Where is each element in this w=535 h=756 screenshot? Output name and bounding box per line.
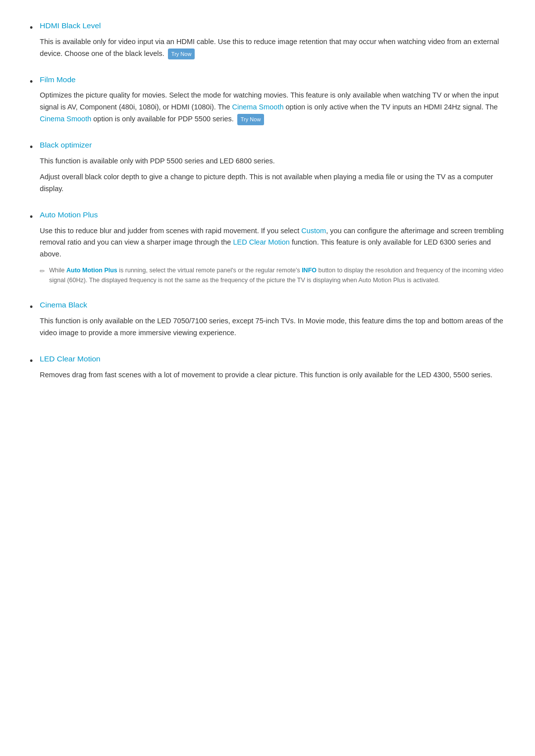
- cinema-para-1: This function is only available on the L…: [40, 315, 505, 339]
- item-body-black: This function is available only with PDP…: [40, 155, 505, 195]
- item-title-hdmi[interactable]: HDMI Black Level: [40, 20, 505, 32]
- bullet-led: •: [30, 354, 33, 368]
- list-item-film-mode: • Film Mode Optimizes the picture qualit…: [30, 74, 505, 126]
- item-title-cinema[interactable]: Cinema Black: [40, 299, 505, 311]
- bullet-hdmi: •: [30, 21, 33, 35]
- try-now-hdmi[interactable]: Try Now: [168, 49, 195, 59]
- info-badge: INFO: [302, 267, 317, 274]
- item-content-hdmi: HDMI Black Level This is available only …: [40, 20, 505, 60]
- bullet-auto: •: [30, 210, 33, 224]
- content-area: • HDMI Black Level This is available onl…: [30, 20, 505, 381]
- led-para-1: Removes drag from fast scenes with a lot…: [40, 369, 505, 381]
- item-title-film[interactable]: Film Mode: [40, 74, 505, 86]
- bullet-cinema: •: [30, 300, 33, 314]
- item-content-black: Black optimizer This function is availab…: [40, 139, 505, 195]
- item-content-cinema: Cinema Black This function is only avail…: [40, 299, 505, 339]
- note-block-auto: ✏ While Auto Motion Plus is running, sel…: [40, 265, 505, 285]
- item-content-film: Film Mode Optimizes the picture quality …: [40, 74, 505, 126]
- list-item-black-optimizer: • Black optimizer This function is avail…: [30, 139, 505, 195]
- item-body-cinema: This function is only available on the L…: [40, 315, 505, 339]
- black-para-1: This function is available only with PDP…: [40, 155, 505, 167]
- led-clear-motion-link-auto[interactable]: LED Clear Motion: [233, 238, 289, 246]
- item-body-auto: Use this to reduce blur and judder from …: [40, 225, 505, 286]
- item-title-led[interactable]: LED Clear Motion: [40, 353, 505, 365]
- try-now-film[interactable]: Try Now: [237, 114, 265, 125]
- bullet-black: •: [30, 140, 33, 154]
- hdmi-para-1: This is available only for video input v…: [40, 36, 505, 60]
- auto-motion-plus-note-link[interactable]: Auto Motion Plus: [66, 267, 117, 274]
- cinema-smooth-link-2[interactable]: Cinema Smooth: [40, 115, 91, 123]
- note-text-auto: While Auto Motion Plus is running, selec…: [49, 265, 505, 285]
- cinema-smooth-link-1[interactable]: Cinema Smooth: [232, 103, 284, 111]
- list-item-auto-motion-plus: • Auto Motion Plus Use this to reduce bl…: [30, 209, 505, 286]
- item-body-film: Optimizes the picture quality for movies…: [40, 90, 505, 125]
- item-content-led: LED Clear Motion Removes drag from fast …: [40, 353, 505, 381]
- list-item-led-clear-motion: • LED Clear Motion Removes drag from fas…: [30, 353, 505, 381]
- item-title-black[interactable]: Black optimizer: [40, 139, 505, 151]
- film-para-1: Optimizes the picture quality for movies…: [40, 90, 505, 125]
- list-item-cinema-black: • Cinema Black This function is only ava…: [30, 299, 505, 339]
- item-body-hdmi: This is available only for video input v…: [40, 36, 505, 60]
- black-para-2: Adjust overall black color depth to give…: [40, 171, 505, 195]
- note-icon-auto: ✏: [40, 266, 45, 276]
- item-content-auto: Auto Motion Plus Use this to reduce blur…: [40, 209, 505, 286]
- list-item-hdmi-black-level: • HDMI Black Level This is available onl…: [30, 20, 505, 60]
- bullet-film: •: [30, 75, 33, 89]
- custom-link[interactable]: Custom: [301, 227, 326, 235]
- item-body-led: Removes drag from fast scenes with a lot…: [40, 369, 505, 381]
- auto-para-1: Use this to reduce blur and judder from …: [40, 225, 505, 261]
- item-title-auto[interactable]: Auto Motion Plus: [40, 209, 505, 221]
